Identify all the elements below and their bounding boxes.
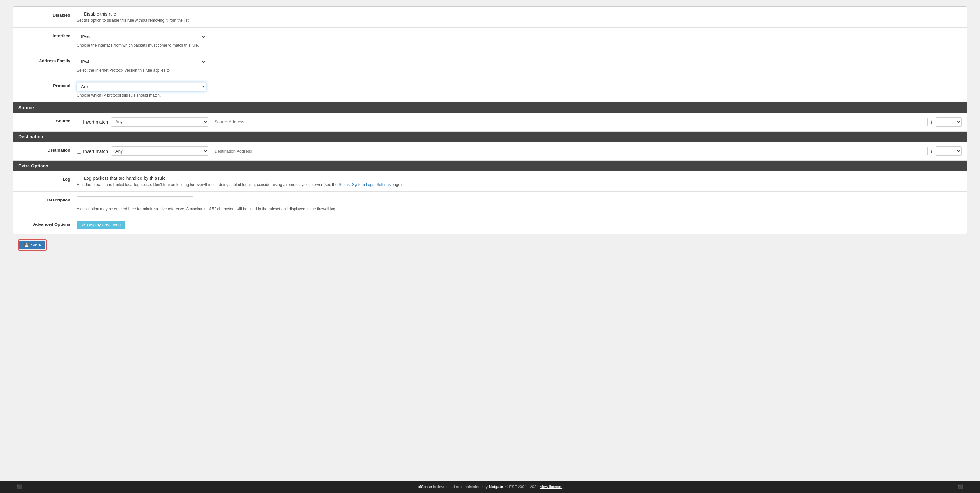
log-row: Log Log packets that are handled by this… (13, 171, 967, 192)
form-container: Disabled Disable this rule Set this opti… (13, 6, 967, 234)
save-button[interactable]: 💾 Save (19, 241, 45, 249)
source-cidr-select[interactable] (935, 117, 961, 127)
description-label: Description (19, 196, 77, 203)
footer-middle: is developed and maintained by (432, 485, 489, 489)
destination-section-header: Destination (13, 132, 967, 142)
log-checkbox[interactable] (77, 176, 81, 181)
source-invert-wrapper: Invert match (77, 119, 108, 125)
protocol-label: Protocol (19, 82, 77, 88)
address-family-select[interactable]: IPv4 IPv6 IPv4+IPv6 (77, 57, 207, 67)
description-input[interactable] (77, 196, 194, 205)
protocol-select[interactable]: Any TCP UDP TCP/UDP ICMP ESP AH GRE IGMP… (77, 82, 207, 91)
source-slash: / (931, 119, 932, 125)
disabled-label: Disabled (19, 11, 77, 17)
gear-icon: ⚙ (81, 222, 85, 227)
source-invert-checkbox[interactable] (77, 120, 81, 124)
footer-brand-pfsense: pfSense (418, 485, 432, 489)
disabled-content: Disable this rule Set this option to dis… (77, 11, 961, 23)
disabled-row: Disabled Disable this rule Set this opti… (13, 7, 967, 27)
source-invert-label: Invert match (83, 119, 108, 125)
save-label: Save (31, 243, 41, 247)
log-hint-suffix: page). (390, 182, 402, 187)
disabled-checkbox[interactable] (77, 12, 81, 16)
destination-label-text: Destination (47, 148, 70, 152)
destination-addr-row: Invert match Any WANIP WAN subnet LANIP … (77, 146, 961, 156)
source-section-header: Source (13, 102, 967, 113)
footer-suffix: . © ESF 2004 - 2024 (503, 485, 539, 489)
protocol-content: Any TCP UDP TCP/UDP ICMP ESP AH GRE IGMP… (77, 82, 961, 98)
protocol-help: Choose which IP protocol this rule shoul… (77, 93, 961, 98)
interface-label: Interface (19, 32, 77, 38)
description-row: Description A description may be entered… (13, 192, 967, 216)
address-family-row: Address Family IPv4 IPv6 IPv4+IPv6 Selec… (13, 52, 967, 78)
source-type-select[interactable]: Any WANIP WAN subnet LANIP LAN subnet Si… (111, 117, 208, 127)
destination-content: Invert match Any WANIP WAN subnet LANIP … (77, 146, 961, 156)
footer-license-link[interactable]: View license. (539, 485, 562, 489)
description-help: A description may be entered here for ad… (77, 207, 961, 211)
advanced-options-content: ⚙ Display Advanced (77, 220, 961, 229)
footer: ⬛ pfSense is developed and maintained by… (0, 481, 980, 493)
footer-icon-right: ⬛ (958, 484, 963, 490)
destination-invert-checkbox[interactable] (77, 149, 81, 154)
address-family-label-text: Address Family (39, 58, 70, 63)
destination-invert-wrapper: Invert match (77, 149, 108, 154)
source-addr-row: Invert match Any WANIP WAN subnet LANIP … (77, 117, 961, 127)
advanced-options-row: Advanced Options ⚙ Display Advanced (13, 216, 967, 234)
interface-label-text: Interface (53, 33, 70, 38)
interface-content: IPsec WAN LAN OPT1 Choose the interface … (77, 32, 961, 48)
source-row: Source Invert match Any WANIP WAN subnet… (13, 113, 967, 132)
display-advanced-label: Display Advanced (87, 222, 121, 227)
disabled-checkbox-label: Disable this rule (84, 11, 116, 16)
interface-help: Choose the interface from which packets … (77, 43, 961, 48)
disabled-checkbox-row: Disable this rule (77, 11, 961, 16)
destination-cidr-select[interactable] (935, 146, 961, 156)
display-advanced-button[interactable]: ⚙ Display Advanced (77, 220, 125, 229)
destination-section-title: Destination (19, 134, 43, 139)
footer-text: pfSense is developed and maintained by N… (418, 485, 562, 489)
log-hint-link[interactable]: Status: System Logs: Settings (339, 182, 390, 187)
interface-row: Interface IPsec WAN LAN OPT1 Choose the … (13, 27, 967, 52)
log-content: Log packets that are handled by this rul… (77, 176, 961, 187)
footer-icon-left: ⬛ (17, 484, 22, 490)
main-content: Disabled Disable this rule Set this opti… (0, 0, 980, 481)
disabled-help: Set this option to disable this rule wit… (77, 18, 961, 23)
address-family-help: Select the Internet Protocol version thi… (77, 68, 961, 73)
footer-content: ⬛ pfSense is developed and maintained by… (4, 485, 976, 489)
source-address-input[interactable] (212, 117, 928, 126)
source-content: Invert match Any WANIP WAN subnet LANIP … (77, 117, 961, 127)
address-family-label: Address Family (19, 57, 77, 63)
log-checkbox-label: Log packets that are handled by this rul… (84, 176, 165, 181)
log-hint-prefix: Hint: the firewall has limited local log… (77, 182, 339, 187)
destination-type-select[interactable]: Any WANIP WAN subnet LANIP LAN subnet Si… (111, 146, 208, 156)
log-help: Hint: the firewall has limited local log… (77, 182, 961, 187)
source-section-title: Source (19, 105, 34, 110)
advanced-options-label: Advanced Options (19, 220, 77, 227)
description-content: A description may be entered here for ad… (77, 196, 961, 211)
address-family-content: IPv4 IPv6 IPv4+IPv6 Select the Internet … (77, 57, 961, 73)
interface-select[interactable]: IPsec WAN LAN OPT1 (77, 32, 207, 41)
log-label: Log (19, 176, 77, 182)
extra-options-section-title: Extra Options (19, 163, 48, 168)
destination-slash: / (931, 149, 932, 154)
protocol-label-text: Protocol (53, 83, 70, 88)
protocol-row: Protocol Any TCP UDP TCP/UDP ICMP ESP AH… (13, 78, 967, 102)
destination-row: Destination Invert match Any WANIP WAN s… (13, 142, 967, 161)
extra-options-section-header: Extra Options (13, 161, 967, 171)
log-checkbox-row: Log packets that are handled by this rul… (77, 176, 961, 181)
footer-netgate: Netgate (489, 485, 503, 489)
destination-address-input[interactable] (212, 147, 928, 155)
save-btn-container: 💾 Save (18, 239, 47, 251)
save-icon: 💾 (24, 243, 29, 247)
destination-invert-label: Invert match (83, 149, 108, 154)
source-label-text: Source (56, 119, 70, 124)
source-label: Source (19, 117, 77, 124)
destination-label: Destination (19, 146, 77, 152)
save-wrapper: 💾 Save (13, 234, 967, 256)
